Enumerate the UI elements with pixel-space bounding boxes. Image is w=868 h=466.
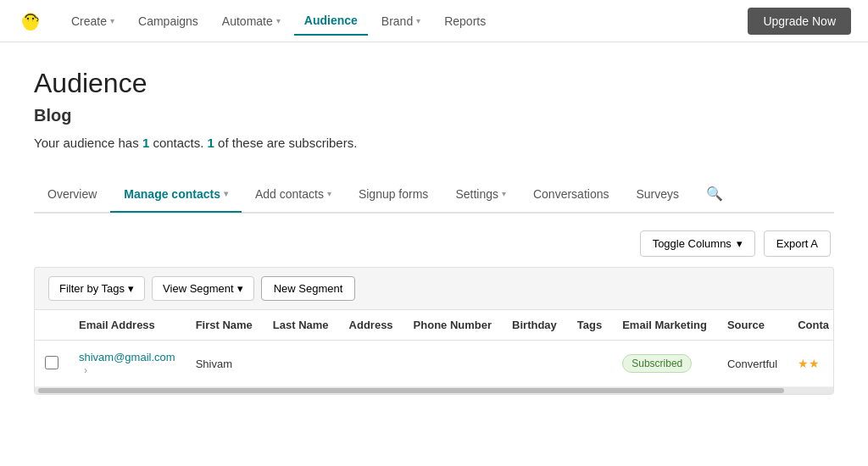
table-header: Email Address First Name Last Name Addre… <box>35 310 834 341</box>
chevron-down-icon: ▾ <box>237 282 243 295</box>
filter-by-tags-button[interactable]: Filter by Tags ▾ <box>48 276 145 301</box>
svg-point-3 <box>32 18 34 19</box>
row-lastname-cell <box>263 341 339 387</box>
new-segment-button[interactable]: New Segment <box>261 276 356 301</box>
table-header-email: Email Address <box>69 310 186 341</box>
contacts-table-wrap: Email Address First Name Last Name Addre… <box>34 309 834 395</box>
page-title: Audience <box>34 68 834 99</box>
chevron-down-icon: ▾ <box>737 237 743 250</box>
logo[interactable] <box>17 6 44 36</box>
row-birthday-cell <box>502 341 567 387</box>
sub-nav-item-conversations[interactable]: Conversations <box>520 177 623 213</box>
chevron-down-icon: ▾ <box>416 16 420 25</box>
horizontal-scrollbar[interactable] <box>35 387 833 394</box>
row-address-cell <box>339 341 403 387</box>
chevron-down-icon: ▾ <box>327 189 331 198</box>
row-checkbox[interactable] <box>45 356 58 369</box>
sub-nav: Overview Manage contacts ▾ Add contacts … <box>34 175 834 214</box>
row-email-cell: shivam@gmail.com › <box>69 341 186 387</box>
table-header-birthday: Birthday <box>502 310 567 341</box>
table-header-email-marketing: Email Marketing <box>612 310 717 341</box>
chevron-down-icon: ▾ <box>128 282 134 295</box>
table-header-firstname: First Name <box>186 310 263 341</box>
nav-item-campaigns[interactable]: Campaigns <box>128 8 209 35</box>
nav-item-audience[interactable]: Audience <box>294 7 368 36</box>
scrollbar-thumb[interactable] <box>38 388 784 393</box>
view-segment-button[interactable]: View Segment ▾ <box>152 276 254 301</box>
table-row: shivam@gmail.com › Shivam Subscribed <box>35 341 834 387</box>
row-stars-cell: ★★ <box>787 341 834 387</box>
table-header-lastname: Last Name <box>263 310 339 341</box>
nav-item-automate[interactable]: Automate ▾ <box>212 8 291 35</box>
search-icon[interactable]: 🔍 <box>699 175 730 212</box>
row-tags-cell <box>567 341 612 387</box>
nav-item-brand[interactable]: Brand ▾ <box>371 8 431 35</box>
chevron-down-icon: ▾ <box>276 16 281 25</box>
contacts-table: Email Address First Name Last Name Addre… <box>35 310 834 387</box>
scrollbar-track[interactable] <box>35 388 833 393</box>
sub-nav-item-overview[interactable]: Overview <box>34 177 110 213</box>
sub-nav-item-add-contacts[interactable]: Add contacts ▾ <box>242 177 345 213</box>
table-header-checkbox <box>35 310 69 341</box>
page-description: Your audience has 1 contacts. 1 of these… <box>34 136 834 150</box>
upgrade-now-button[interactable]: Upgrade Now <box>748 8 851 35</box>
subscribed-badge: Subscribed <box>622 354 692 373</box>
toggle-columns-button[interactable]: Toggle Columns ▾ <box>640 230 755 257</box>
nav-item-create[interactable]: Create ▾ <box>61 8 125 35</box>
page-subtitle: Blog <box>34 106 834 125</box>
nav-items: Create ▾ Campaigns Automate ▾ Audience B… <box>61 7 748 36</box>
chevron-down-icon: ▾ <box>502 189 506 198</box>
table-header-tags: Tags <box>567 310 612 341</box>
table-header-address: Address <box>339 310 403 341</box>
svg-point-2 <box>27 18 29 19</box>
table-header-phone: Phone Number <box>403 310 502 341</box>
row-firstname-cell: Shivam <box>186 341 263 387</box>
table-body: shivam@gmail.com › Shivam Subscribed <box>35 341 834 387</box>
row-email-marketing-cell: Subscribed <box>612 341 717 387</box>
table-header-source: Source <box>717 310 787 341</box>
row-phone-cell <box>403 341 502 387</box>
nav-item-reports[interactable]: Reports <box>434 8 496 35</box>
sub-nav-item-settings[interactable]: Settings ▾ <box>442 177 520 213</box>
row-source-cell: Convertful <box>717 341 787 387</box>
sub-nav-item-manage-contacts[interactable]: Manage contacts ▾ <box>110 177 242 213</box>
mailchimp-logo-icon <box>17 6 44 33</box>
table-header-contact: Conta <box>787 310 834 341</box>
filter-bar: Filter by Tags ▾ View Segment ▾ New Segm… <box>34 267 834 309</box>
sub-nav-item-surveys[interactable]: Surveys <box>622 177 693 213</box>
row-checkbox-cell[interactable] <box>35 341 69 387</box>
top-nav: Create ▾ Campaigns Automate ▾ Audience B… <box>0 0 868 42</box>
export-button[interactable]: Export A <box>764 230 831 257</box>
star-rating: ★★ <box>798 357 820 370</box>
chevron-down-icon: ▾ <box>110 16 114 25</box>
row-email-link[interactable]: shivam@gmail.com <box>79 351 175 363</box>
row-arrow-icon: › <box>84 364 87 376</box>
chevron-down-icon: ▾ <box>224 189 228 198</box>
sub-nav-item-signup-forms[interactable]: Signup forms <box>345 177 442 213</box>
toolbar: Toggle Columns ▾ Export A <box>34 230 834 257</box>
page-content: Audience Blog Your audience has 1 contac… <box>0 42 868 420</box>
